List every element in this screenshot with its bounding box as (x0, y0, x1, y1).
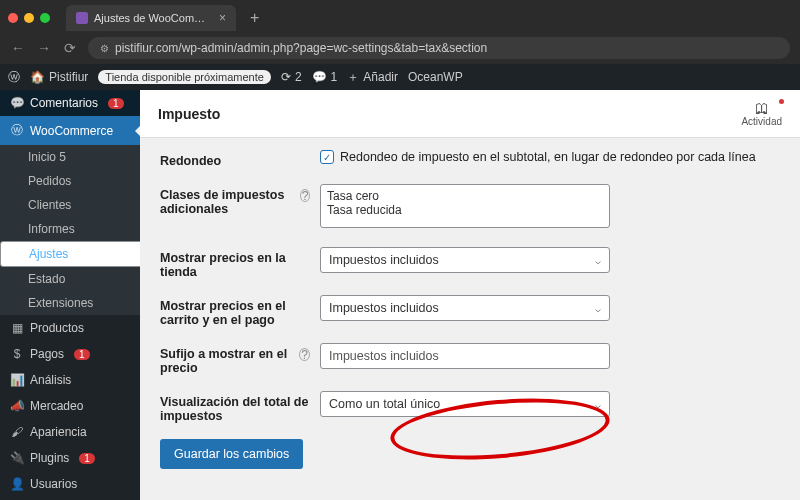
tienda-select[interactable]: Impuestos incluidos ⌵ (320, 247, 610, 273)
row-redondeo: Redondeo ✓ Redondeo de impuesto en el su… (160, 150, 780, 168)
analytics-icon: 📊 (10, 373, 24, 387)
row-clases: Clases de impuestos adicionales? (160, 184, 780, 231)
forward-button[interactable]: → (36, 40, 52, 56)
browser-toolbar: ← → ⟳ ⚙ pistifiur.com/wp-admin/admin.php… (0, 32, 800, 64)
site-info-icon[interactable]: ⚙ (100, 43, 109, 54)
sidebar-item-usuarios[interactable]: 👤Usuarios (0, 471, 140, 497)
products-icon: ▦ (10, 321, 24, 335)
maximize-window-button[interactable] (40, 13, 50, 23)
close-window-button[interactable] (8, 13, 18, 23)
woocommerce-icon: ⓦ (10, 122, 24, 139)
users-icon: 👤 (10, 477, 24, 491)
theme-link[interactable]: OceanWP (408, 70, 463, 84)
row-sufijo: Sufijo a mostrar en el precio? (160, 343, 780, 375)
redondeo-checkbox[interactable]: ✓ (320, 150, 334, 164)
store-notice[interactable]: Tienda disponible próximamente (98, 70, 271, 84)
submenu-extensiones[interactable]: Extensiones (0, 291, 140, 315)
new-tab-button[interactable]: + (244, 9, 265, 27)
sidebar-item-apariencia[interactable]: 🖌Apariencia (0, 419, 140, 445)
sidebar-item-plugins[interactable]: 🔌Plugins1 (0, 445, 140, 471)
submenu-clientes[interactable]: Clientes (0, 193, 140, 217)
chevron-down-icon: ⌵ (595, 303, 601, 314)
submenu-inicio[interactable]: Inicio 5 (0, 145, 140, 169)
back-button[interactable]: ← (10, 40, 26, 56)
address-bar[interactable]: ⚙ pistifiur.com/wp-admin/admin.php?page=… (88, 37, 790, 59)
tab-title: Ajustes de WooCommerce ‹ P (94, 12, 213, 24)
sidebar-item-pagos[interactable]: $Pagos1 (0, 341, 140, 367)
close-tab-icon[interactable]: × (219, 11, 226, 25)
updates-link[interactable]: ⟳2 (281, 70, 302, 84)
label-visualizacion: Visualización del total de impuestos (160, 391, 310, 423)
clases-textarea[interactable] (320, 184, 610, 228)
submenu-estado[interactable]: Estado (0, 267, 140, 291)
sidebar-item-comments[interactable]: 💬 Comentarios 1 (0, 90, 140, 116)
visualizacion-select[interactable]: Como un total único ⌵ (320, 391, 610, 417)
label-sufijo: Sufijo a mostrar en el precio? (160, 343, 310, 375)
help-icon[interactable]: ? (299, 348, 310, 361)
activity-button[interactable]: 🕮 Actividad (741, 100, 782, 127)
marketing-icon: 📣 (10, 399, 24, 413)
row-visualizacion: Visualización del total de impuestos Com… (160, 391, 780, 423)
payments-icon: $ (10, 347, 24, 361)
page-title: Impuesto (158, 106, 220, 122)
label-clases: Clases de impuestos adicionales? (160, 184, 310, 216)
appearance-icon: 🖌 (10, 425, 24, 439)
help-icon[interactable]: ? (300, 189, 310, 202)
sidebar-item-woocommerce[interactable]: ⓦ WooCommerce (0, 116, 140, 145)
tab-favicon (76, 12, 88, 24)
comments-link[interactable]: 💬1 (312, 70, 338, 84)
plugins-icon: 🔌 (10, 451, 24, 465)
label-tienda: Mostrar precios en la tienda (160, 247, 310, 279)
bell-icon: 🕮 (741, 100, 782, 116)
chevron-down-icon: ⌵ (595, 255, 601, 266)
sidebar-item-analisis[interactable]: 📊Análisis (0, 367, 140, 393)
submenu-ajustes[interactable]: Ajustes (0, 241, 140, 267)
wp-admin-bar: ⓦ 🏠Pistifiur Tienda disponible próximame… (0, 64, 800, 90)
submenu-pedidos[interactable]: Pedidos (0, 169, 140, 193)
reload-button[interactable]: ⟳ (62, 40, 78, 56)
submenu-informes[interactable]: Informes (0, 217, 140, 241)
url-text: pistifiur.com/wp-admin/admin.php?page=wc… (115, 41, 487, 55)
browser-tab[interactable]: Ajustes de WooCommerce ‹ P × (66, 5, 236, 31)
label-carrito: Mostrar precios en el carrito y en el pa… (160, 295, 310, 327)
browser-tab-bar: Ajustes de WooCommerce ‹ P × + (0, 0, 800, 32)
save-button[interactable]: Guardar los cambios (160, 439, 303, 469)
settings-form: Redondeo ✓ Redondeo de impuesto en el su… (140, 138, 800, 500)
sidebar-item-mercadeo[interactable]: 📣Mercadeo (0, 393, 140, 419)
admin-sidebar: 💬 Comentarios 1 ⓦ WooCommerce Inicio 5 P… (0, 90, 140, 500)
redondeo-text: Redondeo de impuesto en el subtotal, en … (340, 150, 756, 164)
carrito-select[interactable]: Impuestos incluidos ⌵ (320, 295, 610, 321)
page-header: Impuesto 🕮 Actividad (140, 90, 800, 138)
row-tienda: Mostrar precios en la tienda Impuestos i… (160, 247, 780, 279)
row-carrito: Mostrar precios en el carrito y en el pa… (160, 295, 780, 327)
label-redondeo: Redondeo (160, 150, 310, 168)
site-link[interactable]: 🏠Pistifiur (30, 70, 88, 84)
sufijo-input[interactable] (320, 343, 610, 369)
wp-logo[interactable]: ⓦ (8, 69, 20, 86)
sidebar-item-productos[interactable]: ▦Productos (0, 315, 140, 341)
minimize-window-button[interactable] (24, 13, 34, 23)
comment-icon: 💬 (10, 96, 24, 110)
add-new-link[interactable]: ＋Añadir (347, 69, 398, 86)
window-controls (8, 13, 50, 23)
sidebar-submenu: Inicio 5 Pedidos Clientes Informes Ajust… (0, 145, 140, 315)
chevron-down-icon: ⌵ (595, 399, 601, 410)
